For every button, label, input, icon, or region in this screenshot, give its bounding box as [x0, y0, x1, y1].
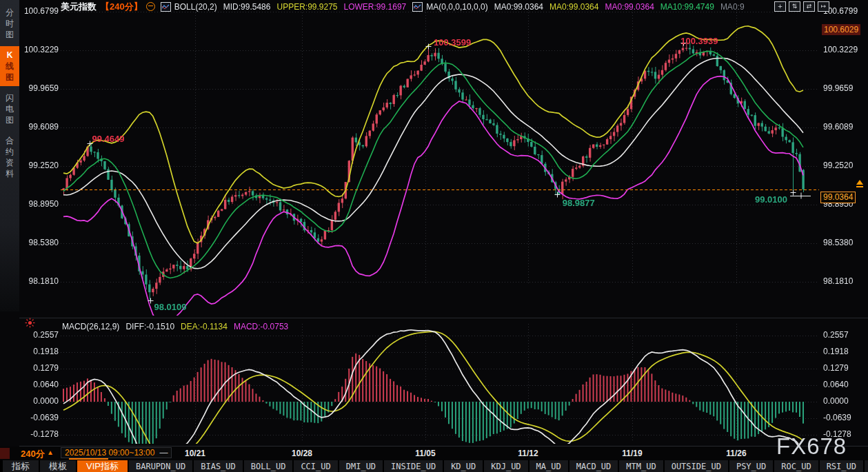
ma-values: MA(0,0,0,10,0,0)MA0:99.0364MA0:99.0364MA… [426, 2, 750, 12]
toolbar-item-rsi-ud[interactable]: RSI_UD [820, 460, 863, 472]
session-high-badge: 100.6029 [822, 24, 860, 35]
indicator-value: MA0:99.0364 [494, 2, 543, 12]
date-tick-label: 11/05 [415, 449, 435, 458]
minus-circle-icon[interactable] [146, 2, 155, 11]
sidebar-tab-2[interactable]: K线图 [0, 46, 19, 86]
date-tick-label: 11/26 [726, 449, 746, 458]
sidebar-tab-3[interactable]: 闪电图 [0, 89, 19, 129]
toolbar-item-ma-ud[interactable]: MA_UD [529, 460, 568, 472]
toolbar-item-sma-ud[interactable]: SMA_UD [865, 460, 868, 472]
toolbar-item-bias-ud[interactable]: BIAS_UD [194, 460, 243, 472]
macd-tick-label: 0.2557 [19, 330, 59, 340]
toolbar-item-mtm-ud[interactable]: MTM_UD [619, 460, 663, 472]
chart-canvas[interactable] [0, 0, 868, 472]
indicator-value: MA10:99.4749 [660, 2, 714, 12]
toolbar-item-cci-ud[interactable]: CCI_UD [294, 460, 337, 472]
toolbar-item-boll-ud[interactable]: BOLL_UD [244, 460, 293, 472]
pane-divider [19, 318, 868, 318]
price-tick-label: 100.6799 [19, 6, 59, 16]
indicator-value: DIFF:-0.1510 [125, 322, 174, 331]
date-tick-label: 11/12 [518, 449, 538, 458]
tab-char: 电 [0, 103, 19, 114]
sidebar-tab-1[interactable]: 分时图 [0, 3, 19, 43]
date-tick-label: 10/21 [185, 449, 205, 458]
timeframe-up-arrow-icon[interactable]: ▲ [47, 449, 54, 456]
price-annotation: 99.0100 [755, 194, 787, 205]
boll-indicator-icon[interactable] [161, 2, 171, 12]
range-dash: — [159, 448, 168, 458]
tab-char: 图 [0, 72, 19, 83]
price-tick-label: 100.3229 [19, 45, 59, 54]
toolbar-item-kd-ud[interactable]: KD_UD [444, 460, 483, 472]
date-tick-label: 11/19 [622, 449, 642, 458]
toolbar-item-kdj-ud[interactable]: KDJ_UD [484, 460, 527, 472]
indicator-toolbar: 指标模板VIP指标BARUPDN_UDBIAS_UDBOLL_UDCCI_UDD… [0, 460, 868, 472]
pan-right-icon[interactable]: ↦ [818, 1, 829, 12]
price-tick-label: 98.1810 [19, 276, 59, 286]
price-annotation: 100.3599 [434, 37, 471, 48]
toolbar-item-模板[interactable]: 模板 [40, 460, 76, 472]
toolbar-item-dmi-ud[interactable]: DMI_UD [339, 460, 383, 472]
tab-char: 闪 [0, 92, 19, 103]
price-annotation: 98.9877 [563, 198, 595, 208]
toolbar-item-inside-ud[interactable]: INSIDE_UD [384, 460, 443, 472]
indicator-value: BOLL(20,2) [174, 2, 217, 12]
toolbar-item-macd-ud[interactable]: MACD_UD [569, 460, 618, 472]
macd-tick-label: -0.0639 [19, 413, 59, 422]
price-tick-label: 98.5380 [19, 238, 59, 247]
bar-time-range: 2025/10/13 09:00~13:00 [65, 448, 154, 458]
price-tick-label: 99.2520 [19, 161, 59, 170]
price-tick-label: 98.1810 [823, 276, 853, 286]
toolbar-item-指标[interactable]: 指标 [3, 460, 39, 472]
scale-horizontal-icon[interactable]: ⇄ [803, 1, 815, 12]
indicator-value: LOWER:99.1697 [344, 2, 407, 12]
price-tick-label: 98.8950 [19, 199, 59, 209]
indicator-value: MA(0,0,0,10,0,0) [426, 2, 487, 12]
toolbar-item-roc-ud[interactable]: ROC_UD [774, 460, 818, 472]
indicator-value: MA0:99.0364 [549, 2, 598, 12]
price-tick-label: 98.5380 [823, 238, 853, 247]
indicator-value: MACD(26,12,9) [62, 322, 119, 331]
indicator-value: UPPER:99.9275 [276, 2, 337, 12]
macd-tick-label: 0.1279 [823, 363, 849, 373]
price-tick-label: 99.9659 [19, 83, 59, 93]
time-axis-row: 240分 ▲ 2025/10/13 09:00~13:00 — 10/2110/… [0, 447, 868, 460]
tab-char: K [0, 50, 19, 61]
date-tick-label: 10/28 [292, 449, 312, 458]
sidebar-tab-4[interactable]: 合约资料 [0, 132, 19, 183]
fx678-watermark: FX678 [776, 433, 847, 460]
macd-tick-label: 0.0000 [19, 396, 59, 406]
timeframe-label[interactable]: 240分 [21, 448, 45, 460]
indicator-settings-icon[interactable] [25, 318, 35, 328]
scale-vertical-icon[interactable]: ⇅ [789, 1, 800, 12]
toolbar-item-psy-ud[interactable]: PSY_UD [729, 460, 773, 472]
tab-char: 资 [0, 157, 19, 168]
tab-char: 料 [0, 168, 19, 179]
macd-tick-label: 0.0640 [823, 380, 849, 389]
macd-header: MACD(26,12,9)DIFF:-0.1510DEA:-0.1134MACD… [62, 322, 294, 331]
crosshair-icon[interactable]: + [774, 1, 786, 12]
toolbar-item-vip指标[interactable]: VIP指标 [77, 460, 128, 472]
corner-marker [0, 448, 10, 459]
toolbar-item-barupdn-ud[interactable]: BARUPDN_UD [129, 460, 192, 472]
tab-char: 线 [0, 61, 19, 72]
macd-tick-label: 0.0640 [19, 380, 59, 389]
macd-tick-label: 0.2557 [823, 330, 849, 340]
price-up-arrow-icon [856, 180, 863, 185]
indicator-value: MACD:-0.0753 [234, 322, 288, 331]
toolbar-item-outside-ud[interactable]: OUTSIDE_UD [665, 460, 728, 472]
indicator-value: MA0:9 [720, 2, 745, 12]
left-sidebar: 分时图K线图闪电图合约资料 [0, 0, 19, 311]
tab-char: 合 [0, 135, 19, 146]
last-price-badge: 99.0364 [820, 192, 856, 203]
macd-tick-label: -0.0639 [823, 413, 851, 422]
tab-char: 时 [0, 18, 19, 29]
bar-time-range-box[interactable]: 2025/10/13 09:00~13:00 — [61, 447, 172, 458]
price-tick-label: 99.6089 [823, 122, 853, 132]
price-annotation: 98.0109 [154, 302, 187, 312]
tab-char: 约 [0, 146, 19, 157]
price-tick-label: 99.2520 [823, 161, 853, 170]
macd-tick-label: 0.1918 [19, 347, 59, 356]
indicator-header: 美元指数 【240分】 BOLL(20,2)MID:99.5486UPPER:9… [61, 0, 751, 13]
ma-indicator-icon[interactable] [412, 2, 423, 12]
